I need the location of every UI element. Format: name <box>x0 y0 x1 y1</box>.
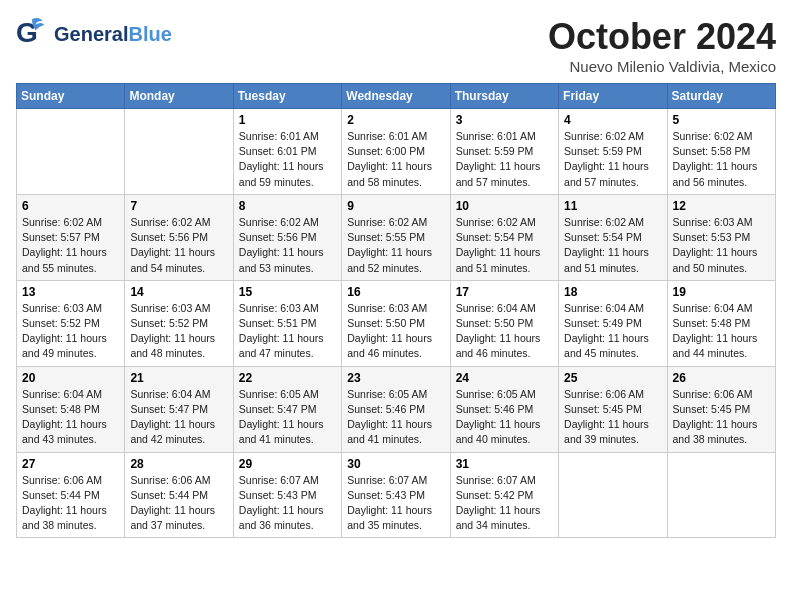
day-number: 6 <box>22 199 119 213</box>
day-info: Sunrise: 6:02 AM Sunset: 5:58 PM Dayligh… <box>673 130 758 188</box>
logo-bird-icon: G <box>16 16 52 52</box>
calendar-day-31: 31Sunrise: 6:07 AM Sunset: 5:42 PM Dayli… <box>450 452 558 538</box>
weekday-header-tuesday: Tuesday <box>233 84 341 109</box>
day-number: 8 <box>239 199 336 213</box>
weekday-header-wednesday: Wednesday <box>342 84 450 109</box>
calendar-day-6: 6Sunrise: 6:02 AM Sunset: 5:57 PM Daylig… <box>17 194 125 280</box>
calendar-day-24: 24Sunrise: 6:05 AM Sunset: 5:46 PM Dayli… <box>450 366 558 452</box>
calendar-day-19: 19Sunrise: 6:04 AM Sunset: 5:48 PM Dayli… <box>667 280 775 366</box>
day-number: 23 <box>347 371 444 385</box>
day-number: 18 <box>564 285 661 299</box>
calendar-day-10: 10Sunrise: 6:02 AM Sunset: 5:54 PM Dayli… <box>450 194 558 280</box>
calendar-day-11: 11Sunrise: 6:02 AM Sunset: 5:54 PM Dayli… <box>559 194 667 280</box>
day-number: 7 <box>130 199 227 213</box>
day-number: 5 <box>673 113 770 127</box>
day-info: Sunrise: 6:07 AM Sunset: 5:43 PM Dayligh… <box>239 474 324 532</box>
day-number: 3 <box>456 113 553 127</box>
day-number: 16 <box>347 285 444 299</box>
day-info: Sunrise: 6:03 AM Sunset: 5:52 PM Dayligh… <box>22 302 107 360</box>
day-number: 9 <box>347 199 444 213</box>
calendar-day-25: 25Sunrise: 6:06 AM Sunset: 5:45 PM Dayli… <box>559 366 667 452</box>
day-info: Sunrise: 6:07 AM Sunset: 5:43 PM Dayligh… <box>347 474 432 532</box>
day-number: 1 <box>239 113 336 127</box>
calendar-day-22: 22Sunrise: 6:05 AM Sunset: 5:47 PM Dayli… <box>233 366 341 452</box>
calendar-day-18: 18Sunrise: 6:04 AM Sunset: 5:49 PM Dayli… <box>559 280 667 366</box>
day-info: Sunrise: 6:03 AM Sunset: 5:51 PM Dayligh… <box>239 302 324 360</box>
day-info: Sunrise: 6:03 AM Sunset: 5:50 PM Dayligh… <box>347 302 432 360</box>
calendar-day-17: 17Sunrise: 6:04 AM Sunset: 5:50 PM Dayli… <box>450 280 558 366</box>
day-info: Sunrise: 6:06 AM Sunset: 5:45 PM Dayligh… <box>673 388 758 446</box>
page-header: G General Blue October 2024 Nuevo Mileni… <box>16 16 776 75</box>
weekday-header-thursday: Thursday <box>450 84 558 109</box>
day-number: 19 <box>673 285 770 299</box>
calendar-day-4: 4Sunrise: 6:02 AM Sunset: 5:59 PM Daylig… <box>559 109 667 195</box>
day-number: 29 <box>239 457 336 471</box>
calendar-week-row: 27Sunrise: 6:06 AM Sunset: 5:44 PM Dayli… <box>17 452 776 538</box>
day-number: 28 <box>130 457 227 471</box>
calendar-day-9: 9Sunrise: 6:02 AM Sunset: 5:55 PM Daylig… <box>342 194 450 280</box>
day-info: Sunrise: 6:04 AM Sunset: 5:49 PM Dayligh… <box>564 302 649 360</box>
day-number: 27 <box>22 457 119 471</box>
day-number: 12 <box>673 199 770 213</box>
day-info: Sunrise: 6:05 AM Sunset: 5:46 PM Dayligh… <box>347 388 432 446</box>
calendar-empty-cell <box>17 109 125 195</box>
calendar-week-row: 6Sunrise: 6:02 AM Sunset: 5:57 PM Daylig… <box>17 194 776 280</box>
calendar-day-1: 1Sunrise: 6:01 AM Sunset: 6:01 PM Daylig… <box>233 109 341 195</box>
weekday-header-friday: Friday <box>559 84 667 109</box>
day-info: Sunrise: 6:02 AM Sunset: 5:59 PM Dayligh… <box>564 130 649 188</box>
day-info: Sunrise: 6:05 AM Sunset: 5:47 PM Dayligh… <box>239 388 324 446</box>
day-info: Sunrise: 6:02 AM Sunset: 5:55 PM Dayligh… <box>347 216 432 274</box>
logo: G General Blue <box>16 16 172 52</box>
day-info: Sunrise: 6:06 AM Sunset: 5:44 PM Dayligh… <box>130 474 215 532</box>
day-info: Sunrise: 6:06 AM Sunset: 5:45 PM Dayligh… <box>564 388 649 446</box>
calendar-day-20: 20Sunrise: 6:04 AM Sunset: 5:48 PM Dayli… <box>17 366 125 452</box>
title-block: October 2024 Nuevo Milenio Valdivia, Mex… <box>548 16 776 75</box>
day-number: 13 <box>22 285 119 299</box>
calendar-empty-cell <box>125 109 233 195</box>
day-number: 11 <box>564 199 661 213</box>
calendar-day-13: 13Sunrise: 6:03 AM Sunset: 5:52 PM Dayli… <box>17 280 125 366</box>
day-info: Sunrise: 6:05 AM Sunset: 5:46 PM Dayligh… <box>456 388 541 446</box>
calendar-day-23: 23Sunrise: 6:05 AM Sunset: 5:46 PM Dayli… <box>342 366 450 452</box>
calendar-day-5: 5Sunrise: 6:02 AM Sunset: 5:58 PM Daylig… <box>667 109 775 195</box>
calendar-day-8: 8Sunrise: 6:02 AM Sunset: 5:56 PM Daylig… <box>233 194 341 280</box>
day-number: 4 <box>564 113 661 127</box>
day-number: 22 <box>239 371 336 385</box>
day-number: 26 <box>673 371 770 385</box>
calendar-day-29: 29Sunrise: 6:07 AM Sunset: 5:43 PM Dayli… <box>233 452 341 538</box>
weekday-header-row: SundayMondayTuesdayWednesdayThursdayFrid… <box>17 84 776 109</box>
day-number: 14 <box>130 285 227 299</box>
day-info: Sunrise: 6:01 AM Sunset: 6:00 PM Dayligh… <box>347 130 432 188</box>
calendar-week-row: 13Sunrise: 6:03 AM Sunset: 5:52 PM Dayli… <box>17 280 776 366</box>
day-info: Sunrise: 6:06 AM Sunset: 5:44 PM Dayligh… <box>22 474 107 532</box>
calendar-day-30: 30Sunrise: 6:07 AM Sunset: 5:43 PM Dayli… <box>342 452 450 538</box>
day-number: 10 <box>456 199 553 213</box>
calendar-day-14: 14Sunrise: 6:03 AM Sunset: 5:52 PM Dayli… <box>125 280 233 366</box>
calendar-week-row: 1Sunrise: 6:01 AM Sunset: 6:01 PM Daylig… <box>17 109 776 195</box>
day-info: Sunrise: 6:04 AM Sunset: 5:47 PM Dayligh… <box>130 388 215 446</box>
day-number: 24 <box>456 371 553 385</box>
day-info: Sunrise: 6:07 AM Sunset: 5:42 PM Dayligh… <box>456 474 541 532</box>
day-info: Sunrise: 6:04 AM Sunset: 5:48 PM Dayligh… <box>22 388 107 446</box>
day-info: Sunrise: 6:01 AM Sunset: 6:01 PM Dayligh… <box>239 130 324 188</box>
day-number: 15 <box>239 285 336 299</box>
calendar-empty-cell <box>667 452 775 538</box>
calendar-empty-cell <box>559 452 667 538</box>
weekday-header-sunday: Sunday <box>17 84 125 109</box>
calendar-day-12: 12Sunrise: 6:03 AM Sunset: 5:53 PM Dayli… <box>667 194 775 280</box>
calendar-day-27: 27Sunrise: 6:06 AM Sunset: 5:44 PM Dayli… <box>17 452 125 538</box>
calendar-week-row: 20Sunrise: 6:04 AM Sunset: 5:48 PM Dayli… <box>17 366 776 452</box>
day-info: Sunrise: 6:03 AM Sunset: 5:52 PM Dayligh… <box>130 302 215 360</box>
logo-general-text: General <box>54 23 128 46</box>
day-info: Sunrise: 6:04 AM Sunset: 5:48 PM Dayligh… <box>673 302 758 360</box>
logo-blue-text: Blue <box>128 23 171 46</box>
calendar-day-2: 2Sunrise: 6:01 AM Sunset: 6:00 PM Daylig… <box>342 109 450 195</box>
calendar-day-15: 15Sunrise: 6:03 AM Sunset: 5:51 PM Dayli… <box>233 280 341 366</box>
month-title: October 2024 <box>548 16 776 58</box>
calendar-day-7: 7Sunrise: 6:02 AM Sunset: 5:56 PM Daylig… <box>125 194 233 280</box>
day-info: Sunrise: 6:02 AM Sunset: 5:54 PM Dayligh… <box>564 216 649 274</box>
day-info: Sunrise: 6:02 AM Sunset: 5:54 PM Dayligh… <box>456 216 541 274</box>
calendar-table: SundayMondayTuesdayWednesdayThursdayFrid… <box>16 83 776 538</box>
calendar-day-3: 3Sunrise: 6:01 AM Sunset: 5:59 PM Daylig… <box>450 109 558 195</box>
day-number: 17 <box>456 285 553 299</box>
